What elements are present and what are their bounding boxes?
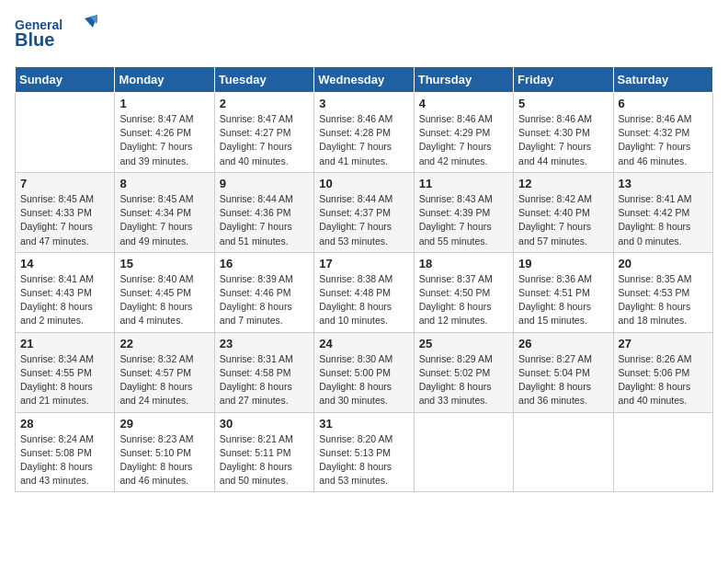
day-number: 4 [419, 97, 508, 110]
day-number: 6 [619, 97, 708, 110]
day-info: Sunrise: 8:46 AM Sunset: 4:30 PM Dayligh… [518, 112, 608, 168]
day-info: Sunrise: 8:45 AM Sunset: 4:33 PM Dayligh… [20, 192, 109, 248]
day-number: 7 [20, 177, 109, 190]
day-info: Sunrise: 8:45 AM Sunset: 4:34 PM Dayligh… [119, 192, 209, 248]
day-info: Sunrise: 8:47 AM Sunset: 4:27 PM Dayligh… [220, 112, 309, 168]
calendar-cell [514, 412, 613, 492]
weekday-header: Thursday [414, 67, 513, 93]
day-info: Sunrise: 8:40 AM Sunset: 4:45 PM Dayligh… [119, 272, 209, 328]
calendar-cell: 10Sunrise: 8:44 AM Sunset: 4:37 PM Dayli… [314, 172, 414, 252]
calendar-cell: 15Sunrise: 8:40 AM Sunset: 4:45 PM Dayli… [115, 252, 214, 332]
weekday-header: Wednesday [314, 67, 414, 93]
calendar-week-row: 1Sunrise: 8:47 AM Sunset: 4:26 PM Daylig… [16, 93, 713, 173]
calendar-cell: 18Sunrise: 8:37 AM Sunset: 4:50 PM Dayli… [414, 252, 513, 332]
calendar-cell: 9Sunrise: 8:44 AM Sunset: 4:36 PM Daylig… [214, 172, 313, 252]
calendar-cell: 21Sunrise: 8:34 AM Sunset: 4:55 PM Dayli… [16, 332, 115, 412]
calendar-cell: 6Sunrise: 8:46 AM Sunset: 4:32 PM Daylig… [613, 93, 712, 173]
calendar-cell: 26Sunrise: 8:27 AM Sunset: 5:04 PM Dayli… [514, 332, 613, 412]
day-number: 8 [119, 177, 209, 190]
day-number: 3 [319, 97, 408, 110]
day-number: 24 [319, 337, 408, 350]
day-info: Sunrise: 8:44 AM Sunset: 4:36 PM Dayligh… [220, 192, 309, 248]
calendar-table: SundayMondayTuesdayWednesdayThursdayFrid… [15, 66, 713, 492]
day-info: Sunrise: 8:39 AM Sunset: 4:46 PM Dayligh… [220, 272, 309, 328]
day-number: 25 [419, 337, 508, 350]
day-number: 9 [220, 177, 309, 190]
day-number: 16 [220, 257, 309, 270]
day-number: 13 [619, 177, 708, 190]
day-number: 10 [319, 177, 408, 190]
day-number: 14 [20, 257, 109, 270]
day-info: Sunrise: 8:30 AM Sunset: 5:00 PM Dayligh… [319, 352, 408, 408]
day-info: Sunrise: 8:31 AM Sunset: 4:58 PM Dayligh… [220, 352, 309, 408]
day-info: Sunrise: 8:35 AM Sunset: 4:53 PM Dayligh… [619, 272, 708, 328]
day-number: 31 [319, 417, 408, 431]
day-number: 30 [220, 417, 309, 431]
calendar-cell: 23Sunrise: 8:31 AM Sunset: 4:58 PM Dayli… [214, 332, 313, 412]
weekday-header: Monday [115, 67, 214, 93]
day-number: 12 [518, 177, 608, 190]
calendar-cell: 13Sunrise: 8:41 AM Sunset: 4:42 PM Dayli… [613, 172, 712, 252]
day-info: Sunrise: 8:44 AM Sunset: 4:37 PM Dayligh… [319, 192, 408, 248]
day-number: 22 [119, 337, 209, 350]
weekday-header: Saturday [613, 67, 712, 93]
day-number: 17 [319, 257, 408, 270]
day-info: Sunrise: 8:36 AM Sunset: 4:51 PM Dayligh… [518, 272, 608, 328]
calendar-week-row: 14Sunrise: 8:41 AM Sunset: 4:43 PM Dayli… [16, 252, 713, 332]
day-info: Sunrise: 8:32 AM Sunset: 4:57 PM Dayligh… [119, 352, 209, 408]
day-info: Sunrise: 8:41 AM Sunset: 4:43 PM Dayligh… [20, 272, 109, 328]
calendar-cell: 31Sunrise: 8:20 AM Sunset: 5:13 PM Dayli… [314, 412, 414, 492]
day-number: 11 [419, 177, 508, 190]
day-number: 23 [220, 337, 309, 350]
calendar-cell: 16Sunrise: 8:39 AM Sunset: 4:46 PM Dayli… [214, 252, 313, 332]
day-info: Sunrise: 8:46 AM Sunset: 4:28 PM Dayligh… [319, 112, 408, 168]
calendar-cell: 30Sunrise: 8:21 AM Sunset: 5:11 PM Dayli… [214, 412, 313, 492]
calendar-cell: 2Sunrise: 8:47 AM Sunset: 4:27 PM Daylig… [214, 93, 313, 173]
day-info: Sunrise: 8:23 AM Sunset: 5:10 PM Dayligh… [119, 432, 209, 488]
calendar-cell: 24Sunrise: 8:30 AM Sunset: 5:00 PM Dayli… [314, 332, 414, 412]
calendar-header-row: SundayMondayTuesdayWednesdayThursdayFrid… [16, 67, 713, 93]
calendar-cell: 11Sunrise: 8:43 AM Sunset: 4:39 PM Dayli… [414, 172, 513, 252]
calendar-cell: 4Sunrise: 8:46 AM Sunset: 4:29 PM Daylig… [414, 93, 513, 173]
day-info: Sunrise: 8:38 AM Sunset: 4:48 PM Dayligh… [319, 272, 408, 328]
calendar-cell: 5Sunrise: 8:46 AM Sunset: 4:30 PM Daylig… [514, 93, 613, 173]
weekday-header: Tuesday [214, 67, 313, 93]
day-info: Sunrise: 8:29 AM Sunset: 5:02 PM Dayligh… [419, 352, 508, 408]
day-info: Sunrise: 8:37 AM Sunset: 4:50 PM Dayligh… [419, 272, 508, 328]
calendar-cell: 20Sunrise: 8:35 AM Sunset: 4:53 PM Dayli… [613, 252, 712, 332]
calendar-cell: 28Sunrise: 8:24 AM Sunset: 5:08 PM Dayli… [16, 412, 115, 492]
day-number: 27 [619, 337, 708, 350]
day-number: 29 [119, 417, 209, 431]
day-number: 2 [220, 97, 309, 110]
calendar-cell: 22Sunrise: 8:32 AM Sunset: 4:57 PM Dayli… [115, 332, 214, 412]
day-number: 26 [518, 337, 608, 350]
day-number: 1 [119, 97, 209, 110]
calendar-week-row: 28Sunrise: 8:24 AM Sunset: 5:08 PM Dayli… [16, 412, 713, 492]
calendar-cell: 17Sunrise: 8:38 AM Sunset: 4:48 PM Dayli… [314, 252, 414, 332]
day-number: 19 [518, 257, 608, 270]
day-number: 21 [20, 337, 109, 350]
calendar-week-row: 21Sunrise: 8:34 AM Sunset: 4:55 PM Dayli… [16, 332, 713, 412]
day-info: Sunrise: 8:42 AM Sunset: 4:40 PM Dayligh… [518, 192, 608, 248]
day-number: 15 [119, 257, 209, 270]
calendar-cell: 27Sunrise: 8:26 AM Sunset: 5:06 PM Dayli… [613, 332, 712, 412]
weekday-header: Friday [514, 67, 613, 93]
calendar-cell: 14Sunrise: 8:41 AM Sunset: 4:43 PM Dayli… [16, 252, 115, 332]
day-info: Sunrise: 8:43 AM Sunset: 4:39 PM Dayligh… [419, 192, 508, 248]
calendar-cell: 1Sunrise: 8:47 AM Sunset: 4:26 PM Daylig… [115, 93, 214, 173]
day-number: 5 [518, 97, 608, 110]
logo-icon: General Blue [15, 15, 97, 55]
day-number: 18 [419, 257, 508, 270]
calendar-cell: 19Sunrise: 8:36 AM Sunset: 4:51 PM Dayli… [514, 252, 613, 332]
calendar-cell: 8Sunrise: 8:45 AM Sunset: 4:34 PM Daylig… [115, 172, 214, 252]
calendar-cell [414, 412, 513, 492]
day-info: Sunrise: 8:34 AM Sunset: 4:55 PM Dayligh… [20, 352, 109, 408]
weekday-header: Sunday [16, 67, 115, 93]
day-info: Sunrise: 8:26 AM Sunset: 5:06 PM Dayligh… [619, 352, 708, 408]
day-number: 20 [619, 257, 708, 270]
day-info: Sunrise: 8:46 AM Sunset: 4:29 PM Dayligh… [419, 112, 508, 168]
svg-text:Blue: Blue [15, 29, 54, 50]
calendar-cell: 12Sunrise: 8:42 AM Sunset: 4:40 PM Dayli… [514, 172, 613, 252]
calendar-cell: 29Sunrise: 8:23 AM Sunset: 5:10 PM Dayli… [115, 412, 214, 492]
calendar-cell [16, 93, 115, 173]
